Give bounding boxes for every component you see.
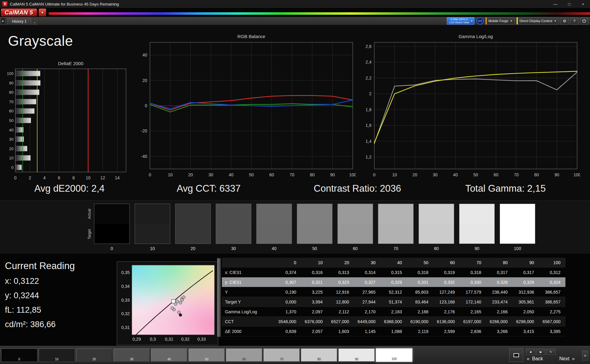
target-axis-label: Target	[87, 224, 92, 244]
table-cell: 6136,000	[433, 317, 460, 327]
swatch-label: 90	[459, 246, 495, 251]
table-cell: 100	[539, 258, 565, 267]
svg-text:20: 20	[9, 147, 14, 151]
svg-text:100: 100	[573, 172, 580, 177]
pattern-button-30[interactable]: 30	[113, 348, 150, 362]
logo-menu-button[interactable]: ▼	[39, 9, 46, 16]
settings-button[interactable]: ⚙	[560, 18, 568, 25]
current-reading-title: Current Reading	[5, 260, 75, 272]
table-cell: 6527,000	[328, 317, 354, 327]
swatch-box	[135, 204, 170, 244]
pattern-button-label: 30	[114, 358, 150, 361]
pattern-button-label: 50	[189, 358, 225, 361]
svg-text:60: 60	[9, 109, 14, 113]
svg-text:10: 10	[168, 172, 173, 177]
power-button[interactable]	[580, 18, 588, 25]
close-button[interactable]: ×	[576, 0, 590, 8]
help-button[interactable]: ?	[570, 18, 578, 25]
add-tab-button[interactable]: +	[32, 20, 37, 25]
gear-icon: ⚙	[563, 19, 566, 23]
maximize-button[interactable]: □	[562, 0, 576, 8]
window-controls: — □ ×	[549, 0, 590, 8]
table-cell: 6298,000	[513, 317, 539, 327]
table-row[interactable]: ΔE 20000,8392,0571,6031,1451,0882,1192,5…	[222, 327, 565, 336]
table-cell: 0,319	[433, 268, 460, 277]
rgb-balance-chart-title: RGB Balance	[150, 34, 353, 41]
svg-text:0: 0	[145, 103, 147, 108]
tab-history-1[interactable]: History 1	[7, 18, 31, 25]
pattern-button-40[interactable]: 40	[151, 348, 187, 362]
swatch-60: 60	[337, 204, 373, 251]
table-cell: 0,318	[407, 268, 433, 277]
swatch-actual-half	[297, 204, 332, 224]
cie-measurement-point	[179, 301, 182, 304]
svg-text:60: 60	[269, 172, 274, 177]
deltae-bar-90	[16, 80, 41, 85]
swatch-100: 100	[500, 204, 535, 251]
table-cell: 6449,000	[354, 317, 380, 327]
calman-logo[interactable]: CalMAN 5	[1, 9, 37, 16]
swatch-40: 40	[256, 204, 292, 251]
svg-text:50: 50	[9, 118, 14, 123]
table-row[interactable]: x: CIE310,3740,3160,3130,3140,3150,3180,…	[222, 268, 565, 277]
svg-text:50: 50	[249, 172, 254, 177]
table-cell: 60	[433, 258, 460, 267]
expand-panel-button[interactable]: ▶	[1, 18, 6, 25]
table-cell: 0,313	[328, 268, 354, 277]
pattern-window-icon	[513, 353, 519, 357]
svg-text:1,4: 1,4	[366, 139, 372, 144]
meter-button[interactable]: X-Rite i1Pro 2 LCD Direct View ▼	[447, 17, 474, 25]
back-button[interactable]: « Back	[527, 356, 543, 362]
row-label: Gamma Log/Log	[222, 307, 275, 317]
pattern-button-90[interactable]: 90	[338, 348, 375, 362]
table-row[interactable]: Y0,1903,22512,91627,96552,31285,603127,2…	[222, 287, 565, 297]
next-button[interactable]: Next »	[559, 356, 575, 362]
fast-forward-button[interactable]: »	[582, 350, 588, 360]
pattern-button-80[interactable]: 80	[301, 348, 337, 362]
stat-avg-de2000: Avg dE2000: 2,4	[5, 183, 134, 194]
pattern-button-50[interactable]: 50	[188, 348, 225, 362]
pattern-button-20[interactable]: 20	[76, 348, 112, 362]
table-row[interactable]: Gamma Log/Log1,3702,0972,1122,1702,1832,…	[222, 307, 565, 317]
pattern-button-60[interactable]: 60	[226, 348, 262, 362]
table-cell: 0,328	[513, 277, 539, 287]
calman-window: 5 CalMAN 5 CalMAN Ultimate for Business …	[0, 0, 590, 364]
table-row[interactable]: y: CIE310,3070,3210,3230,3270,3290,3310,…	[222, 277, 565, 287]
minimize-button[interactable]: —	[549, 0, 562, 8]
pattern-button-0[interactable]: 0	[1, 348, 37, 362]
swatch-50: 50	[297, 204, 332, 251]
display-control-button[interactable]: Direct Display Control ▼	[517, 17, 559, 25]
table-cell: 0,332	[433, 277, 460, 287]
pattern-button-70[interactable]: 70	[263, 348, 300, 362]
table-row[interactable]: CCT3548,0006376,0006527,0006449,0006368,…	[222, 317, 565, 327]
swatch-label: 100	[500, 246, 535, 251]
table-cell: 80	[486, 258, 513, 267]
svg-text:10: 10	[392, 172, 397, 177]
pattern-bar: 0102030405060708090100 ■▶↻ « Back Next »…	[0, 346, 590, 364]
swatch-10: 10	[135, 204, 170, 251]
swatch-label: 80	[419, 246, 454, 251]
swatch-box	[256, 204, 292, 244]
table-cell: 2,097	[301, 307, 328, 317]
row-label	[222, 258, 275, 267]
svg-text:0: 0	[149, 172, 151, 177]
svg-text:0,32: 0,32	[121, 311, 130, 316]
table-cell: 1,088	[380, 327, 407, 336]
play-button[interactable]: ▶	[536, 349, 545, 355]
svg-text:1,6: 1,6	[366, 123, 372, 128]
table-splitter[interactable]	[217, 258, 221, 337]
table-cell: 6376,000	[301, 317, 328, 327]
repeat-button[interactable]: ↻	[546, 349, 556, 355]
stop-button[interactable]: ■	[526, 349, 535, 355]
pattern-button-10[interactable]: 10	[38, 348, 75, 362]
table-cell: 0,328	[486, 277, 513, 287]
table-row[interactable]: Target Y0,0003,99412,80027,94451,37483,4…	[222, 297, 565, 307]
pattern-button-100[interactable]: 100	[376, 348, 412, 362]
svg-text:30: 30	[9, 137, 14, 142]
pattern-window-button[interactable]	[509, 348, 523, 362]
svg-text:90: 90	[9, 81, 14, 85]
table-cell: 172,140	[460, 297, 486, 307]
swatch-target-half	[419, 224, 454, 244]
swatch-target-half	[257, 224, 292, 244]
source-button[interactable]: Mobile Forge ▼	[486, 17, 515, 25]
